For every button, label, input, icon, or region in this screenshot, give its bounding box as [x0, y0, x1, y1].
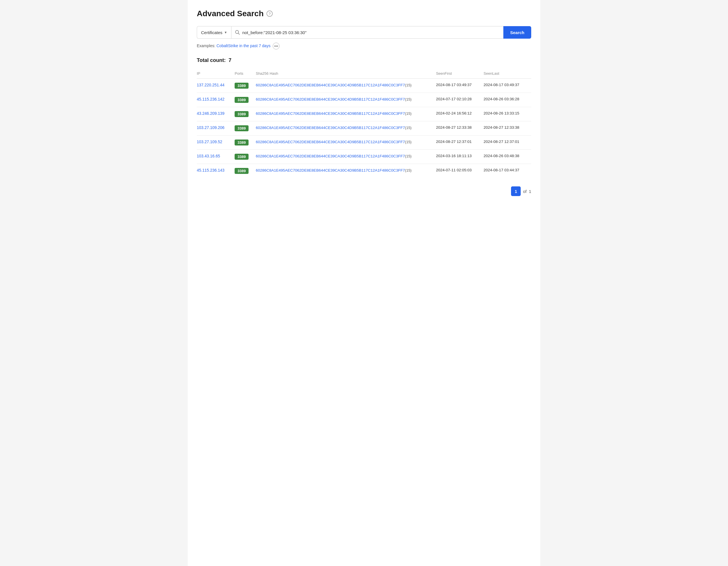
results-table: IP Ports Sha256 Hash SeenFirst SeenLast … [197, 69, 531, 178]
help-icon[interactable]: ? [266, 11, 273, 17]
seen-first: 2024-02-24 16:56:12 [436, 107, 483, 121]
page-title: Advanced Search [197, 9, 264, 18]
page-1-button[interactable]: 1 [511, 187, 521, 196]
examples-prefix: Examples: [197, 43, 215, 48]
seen-first: 2024-08-27 12:33:38 [436, 121, 483, 136]
seen-last: 2024-08-17 03:49:37 [484, 79, 531, 93]
examples-link[interactable]: CobaltStrike in the past 7 days [216, 43, 270, 48]
search-button[interactable]: Search [503, 26, 531, 39]
more-examples-button[interactable]: ••• [273, 43, 280, 49]
ip-link[interactable]: 43.246.209.139 [197, 111, 224, 116]
seen-last: 2024-08-26 03:48:38 [484, 150, 531, 164]
total-count-value: 7 [229, 57, 231, 63]
seen-last: 2024-08-26 13:33:15 [484, 107, 531, 121]
seen-last: 2024-08-27 12:37:01 [484, 136, 531, 150]
table-body: 137.220.251.44338960286C8A1E495AEC7062DE… [197, 79, 531, 178]
table-row: 103.27.109.206338960286C8A1E495AEC7062DE… [197, 121, 531, 136]
hash-link[interactable]: 60286C8A1E495AEC7062DE8E8EB644CE39CA30C4… [256, 140, 405, 144]
table-row: 45.115.236.142338960286C8A1E495AEC7062DE… [197, 93, 531, 107]
port-badge: 3389 [235, 111, 249, 117]
chevron-down-icon: ▼ [224, 31, 227, 34]
seen-last: 2024-08-27 12:33:38 [484, 121, 531, 136]
hash-count: (15) [405, 97, 411, 101]
seen-first: 2024-08-17 03:49:37 [436, 79, 483, 93]
examples-row: Examples: CobaltStrike in the past 7 day… [197, 43, 531, 49]
svg-line-1 [238, 33, 239, 34]
col-header-sha256: Sha256 Hash [256, 69, 436, 79]
hash-count: (15) [405, 111, 411, 116]
table-row: 43.246.209.139338960286C8A1E495AEC7062DE… [197, 107, 531, 121]
hash-link[interactable]: 60286C8A1E495AEC7062DE8E8EB644CE39CA30C4… [256, 126, 405, 130]
table-row: 45.115.236.143338960286C8A1E495AEC7062DE… [197, 164, 531, 178]
page-header: Advanced Search ? [197, 9, 531, 18]
ip-link[interactable]: 45.115.236.142 [197, 97, 224, 101]
port-badge: 3389 [235, 125, 249, 131]
pagination-of: of [523, 189, 527, 194]
ip-link[interactable]: 103.27.109.206 [197, 125, 224, 130]
hash-link[interactable]: 60286C8A1E495AEC7062DE8E8EB644CE39CA30C4… [256, 97, 405, 101]
table-row: 103.27.109.52338960286C8A1E495AEC7062DE8… [197, 136, 531, 150]
ip-link[interactable]: 137.220.251.44 [197, 83, 224, 87]
pagination-total: 1 [529, 189, 531, 194]
port-badge: 3389 [235, 140, 249, 146]
hash-link[interactable]: 60286C8A1E495AEC7062DE8E8EB644CE39CA30C4… [256, 111, 405, 116]
hash-count: (15) [405, 154, 411, 158]
col-header-seen-last: SeenLast [484, 69, 531, 79]
ip-link[interactable]: 103.43.16.65 [197, 154, 220, 158]
hash-link[interactable]: 60286C8A1E495AEC7062DE8E8EB644CE39CA30C4… [256, 83, 405, 87]
col-header-ip: IP [197, 69, 235, 79]
hash-count: (15) [405, 168, 411, 173]
seen-last: 2024-08-17 03:44:37 [484, 164, 531, 178]
search-bar: Certificates ▼ Search [197, 26, 531, 39]
page-container: Advanced Search ? Certificates ▼ Search … [188, 0, 540, 566]
pagination: 1 of 1 [197, 187, 531, 196]
col-header-seen-first: SeenFirst [436, 69, 483, 79]
table-header: IP Ports Sha256 Hash SeenFirst SeenLast [197, 69, 531, 79]
port-badge: 3389 [235, 154, 249, 160]
total-count-label: Total count: [197, 57, 226, 63]
hash-count: (15) [405, 83, 411, 87]
hash-count: (15) [405, 126, 411, 130]
table-row: 103.43.16.65338960286C8A1E495AEC7062DE8E… [197, 150, 531, 164]
ip-link[interactable]: 103.27.109.52 [197, 140, 222, 144]
hash-link[interactable]: 60286C8A1E495AEC7062DE8E8EB644CE39CA30C4… [256, 154, 405, 158]
total-count: Total count: 7 [197, 57, 531, 63]
seen-first: 2024-03-16 18:11:13 [436, 150, 483, 164]
port-badge: 3389 [235, 168, 249, 174]
category-dropdown[interactable]: Certificates ▼ [197, 26, 231, 39]
col-header-ports: Ports [235, 69, 256, 79]
ip-link[interactable]: 45.115.236.143 [197, 168, 224, 173]
seen-last: 2024-08-26 03:36:28 [484, 93, 531, 107]
port-badge: 3389 [235, 97, 249, 103]
search-icon [235, 30, 240, 35]
search-input[interactable] [242, 30, 500, 35]
table-row: 137.220.251.44338960286C8A1E495AEC7062DE… [197, 79, 531, 93]
seen-first: 2024-07-17 02:10:28 [436, 93, 483, 107]
seen-first: 2024-07-11 02:05:03 [436, 164, 483, 178]
seen-first: 2024-08-27 12:37:01 [436, 136, 483, 150]
search-input-wrap [231, 26, 503, 39]
dropdown-label: Certificates [201, 30, 222, 35]
hash-count: (15) [405, 140, 411, 144]
port-badge: 3389 [235, 83, 249, 89]
hash-link[interactable]: 60286C8A1E495AEC7062DE8E8EB644CE39CA30C4… [256, 168, 405, 173]
